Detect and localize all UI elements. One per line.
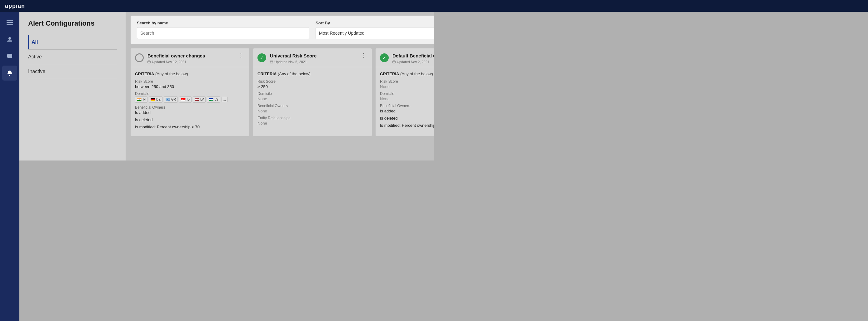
card-title-1: Beneficial owner changes: [148, 53, 205, 59]
flag-ID: 🇮🇩 ID: [179, 96, 191, 103]
card-title-group-1: Beneficial owner changes Updated Nov 12,…: [148, 53, 205, 64]
flag-IN: 🇮🇳 IN: [135, 96, 148, 103]
search-sort-bar: Search by name Sort By Most Recently Upd…: [131, 15, 434, 44]
card-updated-3: Updated Nov 2, 2021: [393, 60, 434, 64]
svg-rect-2: [6, 24, 13, 25]
card-header-1: Beneficial owner changes Updated Nov 12,…: [131, 49, 249, 67]
nav-item-active[interactable]: Active: [28, 49, 117, 64]
criteria-row-domicile-1: Domicile 🇮🇳 IN 🇩🇪 DE 🇬🇷 GR 🇮🇩 ID 🇱🇻 LV 🇱…: [135, 92, 245, 103]
card-updated-2: Updated Nov 5, 2021: [270, 60, 316, 64]
search-label: Search by name: [137, 21, 309, 25]
criteria-header-1: CRITERIA (Any of the below): [135, 71, 245, 76]
criteria-row-beneficial-owners-1: Beneficial Owners Is added: [135, 105, 245, 115]
sidebar-item-menu[interactable]: [2, 15, 17, 30]
criteria-row-beneficial-owners-deleted-1: Is deleted: [135, 118, 245, 122]
flag-more: ...: [221, 97, 228, 102]
criteria-row-risk-score-1: Risk Score between 250 and 350: [135, 79, 245, 89]
criteria-row-beneficial-owners-modified-1: Is modified: Percent ownership > 70: [135, 125, 245, 129]
card-body-2: CRITERIA (Any of the below) Risk Score >…: [253, 67, 372, 132]
svg-rect-5: [148, 61, 150, 63]
svg-rect-0: [6, 20, 13, 21]
flag-DE: 🇩🇪 DE: [149, 96, 162, 103]
calendar-icon-1: [148, 60, 151, 63]
card-header-2: ✓ Universal Risk Score Updated N: [253, 49, 372, 67]
status-icon-inactive-1: [135, 54, 144, 62]
nav-item-inactive[interactable]: Inactive: [28, 64, 117, 79]
sidebar-item-people[interactable]: [2, 32, 17, 47]
card-header-left-2: ✓ Universal Risk Score Updated N: [257, 53, 316, 64]
status-icon-active-3: ✓: [380, 54, 389, 62]
nav-item-all[interactable]: All: [28, 35, 117, 49]
main-container: Alert Configurations All Active Inactive…: [19, 12, 434, 160]
sort-section: Sort By Most Recently Updated Least Rece…: [316, 21, 434, 39]
card-updated-1: Updated Nov 12, 2021: [148, 60, 205, 64]
cards-container: Beneficial owner changes Updated Nov 12,…: [131, 49, 434, 136]
more-button-1[interactable]: ⋮: [237, 53, 245, 58]
card-header-left-1: Beneficial owner changes Updated Nov 12,…: [135, 53, 205, 64]
card-title-group-2: Universal Risk Score Updated Nov 5, 2021: [270, 53, 316, 64]
top-nav: appian: [0, 0, 434, 12]
criteria-row-beneficial-owners-3: Beneficial Owners Is added: [380, 104, 434, 114]
svg-point-3: [8, 37, 11, 40]
card-title-2: Universal Risk Score: [270, 53, 316, 59]
svg-rect-9: [270, 61, 273, 63]
more-button-2[interactable]: ⋮: [359, 53, 367, 58]
criteria-row-domicile-3: Domicile None: [380, 92, 434, 101]
card-title-3: Default Beneficial Owner Configuration: [393, 53, 434, 59]
search-section: Search by name: [137, 21, 309, 39]
card-body-3: CRITERIA (Any of the below) Risk Score N…: [376, 67, 434, 135]
flag-LS: 🇱🇸 LS: [207, 96, 220, 103]
criteria-row-risk-score-2: Risk Score > 250: [257, 79, 367, 89]
sidebar-item-database[interactable]: [2, 49, 17, 64]
svg-rect-13: [393, 61, 395, 63]
card-body-1: CRITERIA (Any of the below) Risk Score b…: [131, 67, 249, 136]
card-universal-risk-score: ✓ Universal Risk Score Updated N: [253, 49, 372, 136]
sort-label: Sort By: [316, 21, 434, 25]
right-content: Search by name Sort By Most Recently Upd…: [126, 12, 434, 160]
card-beneficial-owner-changes: Beneficial owner changes Updated Nov 12,…: [131, 49, 249, 136]
flag-row-1: 🇮🇳 IN 🇩🇪 DE 🇬🇷 GR 🇮🇩 ID 🇱🇻 LV 🇱🇸 LS ...: [135, 96, 245, 103]
sort-select[interactable]: Most Recently Updated Least Recently Upd…: [316, 27, 434, 39]
criteria-header-3: CRITERIA (Any of the below): [380, 71, 434, 76]
appian-logo: appian: [5, 3, 25, 9]
criteria-row-risk-score-3: Risk Score None: [380, 79, 434, 89]
flag-LV: 🇱🇻 LV: [193, 96, 206, 103]
status-icon-active-2: ✓: [257, 54, 266, 62]
card-header-3: ✓ Default Beneficial Owner Configuration: [376, 49, 434, 67]
card-header-left-3: ✓ Default Beneficial Owner Configuration: [380, 53, 434, 64]
criteria-header-2: CRITERIA (Any of the below): [257, 71, 367, 76]
page-title: Alert Configurations: [28, 19, 117, 28]
criteria-row-beneficial-owners-deleted-3: Is deleted: [380, 116, 434, 121]
calendar-icon-3: [393, 60, 396, 63]
criteria-row-entity-rel-2: Entity Relationships None: [257, 116, 367, 126]
sidebar-item-alerts[interactable]: [2, 66, 17, 81]
nav-items: All Active Inactive: [28, 35, 117, 79]
criteria-row-domicile-2: Domicile None: [257, 92, 367, 101]
svg-rect-1: [6, 22, 13, 23]
card-title-group-3: Default Beneficial Owner Configuration U…: [393, 53, 434, 64]
calendar-icon-2: [270, 60, 273, 63]
criteria-row-beneficial-owners-modified-3: Is modified: Percent ownership >= 50: [380, 123, 434, 128]
sidebar-icons: [0, 12, 19, 160]
search-input[interactable]: [137, 27, 309, 39]
left-panel: Alert Configurations All Active Inactive: [19, 12, 126, 160]
card-default-beneficial-owner: ✓ Default Beneficial Owner Configuration: [376, 49, 434, 136]
flag-GR: 🇬🇷 GR: [164, 96, 178, 103]
criteria-row-beneficial-owners-2: Beneficial Owners None: [257, 104, 367, 114]
